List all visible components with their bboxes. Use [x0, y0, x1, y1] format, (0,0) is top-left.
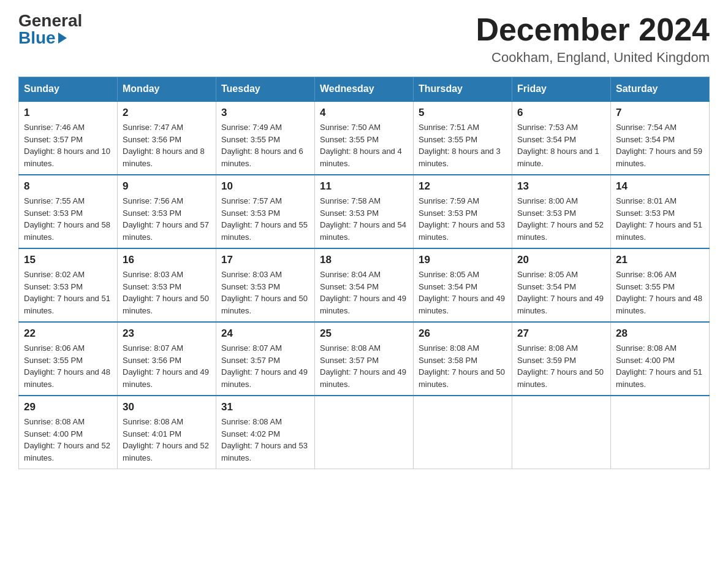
calendar-cell: 18 Sunrise: 8:04 AM Sunset: 3:54 PM Dayl… [315, 248, 414, 322]
day-number: 19 [419, 254, 507, 266]
day-number: 8 [24, 180, 112, 193]
day-info: Sunrise: 8:00 AM Sunset: 3:53 PM Dayligh… [517, 195, 605, 243]
sunrise-label: Sunrise: 8:08 AM [517, 343, 578, 353]
sunset-label: Sunset: 3:53 PM [320, 209, 379, 218]
calendar-day-header: Thursday [414, 77, 512, 102]
sunset-label: Sunset: 3:53 PM [123, 209, 181, 218]
day-info: Sunrise: 7:47 AM Sunset: 3:56 PM Dayligh… [123, 121, 211, 169]
sunrise-label: Sunrise: 7:55 AM [24, 196, 85, 205]
sunrise-label: Sunrise: 7:51 AM [419, 123, 479, 132]
calendar-cell: 20 Sunrise: 8:05 AM Sunset: 3:54 PM Dayl… [512, 248, 611, 322]
day-number: 31 [221, 401, 309, 413]
daylight-label: Daylight: 7 hours and 57 minutes. [123, 220, 209, 242]
calendar-week-row: 8 Sunrise: 7:55 AM Sunset: 3:53 PM Dayli… [19, 175, 710, 248]
sunrise-label: Sunrise: 8:07 AM [221, 343, 282, 353]
daylight-label: Daylight: 8 hours and 4 minutes. [320, 147, 402, 168]
sunset-label: Sunset: 3:55 PM [616, 282, 675, 291]
calendar-day-header: Sunday [19, 77, 118, 102]
calendar-cell: 3 Sunrise: 7:49 AM Sunset: 3:55 PM Dayli… [216, 101, 315, 175]
day-info: Sunrise: 7:55 AM Sunset: 3:53 PM Dayligh… [24, 195, 112, 243]
main-title: December 2024 [476, 12, 710, 47]
calendar-cell: 10 Sunrise: 7:57 AM Sunset: 3:53 PM Dayl… [216, 175, 315, 248]
calendar-cell: 4 Sunrise: 7:50 AM Sunset: 3:55 PM Dayli… [315, 101, 414, 175]
sunrise-label: Sunrise: 8:06 AM [24, 343, 85, 353]
daylight-label: Daylight: 8 hours and 10 minutes. [24, 147, 110, 168]
day-number: 7 [616, 107, 704, 119]
day-info: Sunrise: 7:54 AM Sunset: 3:54 PM Dayligh… [616, 121, 704, 169]
sunset-label: Sunset: 3:55 PM [419, 135, 477, 144]
sunset-label: Sunset: 3:53 PM [221, 282, 280, 291]
daylight-label: Daylight: 7 hours and 53 minutes. [419, 220, 505, 242]
sunset-label: Sunset: 4:01 PM [123, 429, 181, 439]
sunset-label: Sunset: 3:53 PM [123, 282, 181, 291]
day-info: Sunrise: 7:51 AM Sunset: 3:55 PM Dayligh… [419, 121, 507, 169]
daylight-label: Daylight: 7 hours and 48 minutes. [24, 367, 110, 389]
daylight-label: Daylight: 7 hours and 59 minutes. [616, 147, 702, 168]
day-info: Sunrise: 7:53 AM Sunset: 3:54 PM Dayligh… [517, 121, 605, 169]
daylight-label: Daylight: 7 hours and 51 minutes. [616, 367, 702, 389]
daylight-label: Daylight: 7 hours and 50 minutes. [517, 367, 604, 389]
calendar-cell: 11 Sunrise: 7:58 AM Sunset: 3:53 PM Dayl… [315, 175, 414, 248]
sunrise-label: Sunrise: 8:07 AM [123, 343, 183, 353]
sunset-label: Sunset: 3:55 PM [24, 356, 83, 365]
day-number: 25 [320, 327, 408, 340]
daylight-label: Daylight: 7 hours and 52 minutes. [123, 441, 209, 462]
sunset-label: Sunset: 3:53 PM [221, 209, 280, 218]
day-number: 10 [221, 180, 309, 193]
day-number: 9 [123, 180, 211, 193]
calendar-cell: 5 Sunrise: 7:51 AM Sunset: 3:55 PM Dayli… [414, 101, 512, 175]
calendar-cell: 24 Sunrise: 8:07 AM Sunset: 3:57 PM Dayl… [216, 322, 315, 396]
daylight-label: Daylight: 7 hours and 51 minutes. [616, 220, 702, 242]
daylight-label: Daylight: 8 hours and 6 minutes. [221, 147, 303, 168]
calendar-cell [611, 396, 710, 469]
day-info: Sunrise: 8:08 AM Sunset: 4:00 PM Dayligh… [24, 416, 112, 464]
sunrise-label: Sunrise: 8:08 AM [123, 417, 183, 426]
sunrise-label: Sunrise: 7:47 AM [123, 123, 183, 132]
day-info: Sunrise: 8:08 AM Sunset: 3:59 PM Dayligh… [517, 342, 605, 390]
sunrise-label: Sunrise: 7:50 AM [320, 123, 381, 132]
page-header: General Blue December 2024 Cookham, Engl… [18, 12, 710, 66]
daylight-label: Daylight: 7 hours and 50 minutes. [419, 367, 505, 389]
day-info: Sunrise: 8:04 AM Sunset: 3:54 PM Dayligh… [320, 269, 408, 316]
sunrise-label: Sunrise: 8:03 AM [123, 270, 183, 279]
day-number: 23 [123, 327, 211, 340]
day-info: Sunrise: 7:57 AM Sunset: 3:53 PM Dayligh… [221, 195, 309, 243]
daylight-label: Daylight: 7 hours and 52 minutes. [517, 220, 604, 242]
subtitle: Cookham, England, United Kingdom [476, 50, 710, 66]
calendar-day-header: Wednesday [315, 77, 414, 102]
calendar-week-row: 15 Sunrise: 8:02 AM Sunset: 3:53 PM Dayl… [19, 248, 710, 322]
daylight-label: Daylight: 8 hours and 1 minute. [517, 147, 599, 168]
day-info: Sunrise: 8:06 AM Sunset: 3:55 PM Dayligh… [616, 269, 704, 316]
day-info: Sunrise: 8:07 AM Sunset: 3:56 PM Dayligh… [123, 342, 211, 390]
calendar-cell [414, 396, 512, 469]
day-number: 27 [517, 327, 605, 340]
day-info: Sunrise: 8:05 AM Sunset: 3:54 PM Dayligh… [517, 269, 605, 316]
sunrise-label: Sunrise: 7:56 AM [123, 196, 183, 205]
day-number: 18 [320, 254, 408, 266]
day-info: Sunrise: 7:46 AM Sunset: 3:57 PM Dayligh… [24, 121, 112, 169]
day-number: 21 [616, 254, 704, 266]
sunset-label: Sunset: 3:55 PM [320, 135, 379, 144]
day-info: Sunrise: 8:06 AM Sunset: 3:55 PM Dayligh… [24, 342, 112, 390]
sunset-label: Sunset: 3:54 PM [517, 282, 576, 291]
daylight-label: Daylight: 8 hours and 8 minutes. [123, 147, 205, 168]
sunset-label: Sunset: 3:56 PM [123, 356, 181, 365]
calendar-cell: 28 Sunrise: 8:08 AM Sunset: 4:00 PM Dayl… [611, 322, 710, 396]
calendar-cell: 12 Sunrise: 7:59 AM Sunset: 3:53 PM Dayl… [414, 175, 512, 248]
sunset-label: Sunset: 3:57 PM [221, 356, 280, 365]
daylight-label: Daylight: 7 hours and 55 minutes. [221, 220, 308, 242]
sunrise-label: Sunrise: 7:54 AM [616, 123, 677, 132]
sunrise-label: Sunrise: 8:05 AM [419, 270, 479, 279]
day-info: Sunrise: 7:56 AM Sunset: 3:53 PM Dayligh… [123, 195, 211, 243]
sunset-label: Sunset: 3:53 PM [24, 282, 83, 291]
sunrise-label: Sunrise: 8:08 AM [320, 343, 381, 353]
calendar-cell: 8 Sunrise: 7:55 AM Sunset: 3:53 PM Dayli… [19, 175, 118, 248]
logo: General Blue [18, 12, 82, 47]
sunrise-label: Sunrise: 8:08 AM [616, 343, 677, 353]
day-number: 20 [517, 254, 605, 266]
calendar-day-header: Tuesday [216, 77, 315, 102]
sunset-label: Sunset: 3:58 PM [419, 356, 477, 365]
sunrise-label: Sunrise: 7:49 AM [221, 123, 282, 132]
sunset-label: Sunset: 4:02 PM [221, 429, 280, 439]
day-number: 13 [517, 180, 605, 193]
